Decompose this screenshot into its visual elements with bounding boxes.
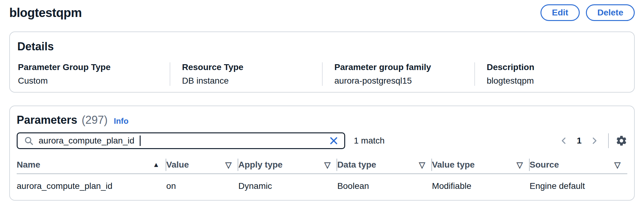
filter-icon[interactable]: ▽ <box>225 160 231 170</box>
page-header: blogtestqpm Edit Delete <box>9 3 635 22</box>
details-field-description: Description blogtestqpm <box>474 62 627 86</box>
details-heading: Details <box>17 40 627 53</box>
table-header-row: Name ▲ Value ▽ Apply type ▽ Data type ▽ … <box>17 156 627 174</box>
table-row: aurora_compute_plan_id on Dynamic Boolea… <box>17 174 627 198</box>
parameters-card: Parameters (297) Info aurora_compute_pla… <box>9 106 635 201</box>
edit-button[interactable]: Edit <box>540 4 580 21</box>
toolbar-divider <box>608 133 609 148</box>
cell-apply-type: Dynamic <box>238 181 337 191</box>
column-header-value-type[interactable]: Value type ▽ <box>432 159 530 171</box>
settings-gear-icon[interactable] <box>616 135 627 147</box>
field-label: Description <box>487 62 627 72</box>
header-actions: Edit Delete <box>540 4 635 21</box>
text-cursor <box>140 135 141 146</box>
filter-icon[interactable]: ▽ <box>517 160 523 170</box>
cell-value: on <box>166 181 238 191</box>
page-title: blogtestqpm <box>9 6 82 20</box>
sort-ascending-icon[interactable]: ▲ <box>153 161 159 169</box>
field-label: Resource Type <box>182 62 322 72</box>
match-count: 1 match <box>354 136 385 146</box>
details-card: Details Parameter Group Type Custom Reso… <box>9 31 635 93</box>
cell-source: Engine default <box>530 181 627 191</box>
column-header-data-type[interactable]: Data type ▽ <box>337 159 432 171</box>
column-header-apply-type[interactable]: Apply type ▽ <box>238 159 337 171</box>
parameters-toolbar: aurora_compute_plan_id 1 match 1 <box>17 132 627 149</box>
column-header-source[interactable]: Source ▽ <box>530 159 627 171</box>
info-link[interactable]: Info <box>114 116 129 126</box>
parameters-heading-row: Parameters (297) Info <box>17 114 627 127</box>
details-field-resource-type: Resource Type DB instance <box>170 62 322 86</box>
details-grid: Parameter Group Type Custom Resource Typ… <box>17 62 627 86</box>
filter-icon[interactable]: ▽ <box>614 160 621 170</box>
details-field-parameter-group-type: Parameter Group Type Custom <box>17 62 170 86</box>
column-header-value[interactable]: Value ▽ <box>166 159 238 171</box>
field-label: Parameter Group Type <box>18 62 170 72</box>
delete-button[interactable]: Delete <box>586 4 635 21</box>
pagination: 1 <box>558 133 627 148</box>
search-input-value: aurora_compute_plan_id <box>39 136 134 146</box>
field-label: Parameter group family <box>334 62 474 72</box>
parameters-table: Name ▲ Value ▽ Apply type ▽ Data type ▽ … <box>17 156 627 198</box>
column-header-name[interactable]: Name ▲ <box>17 159 166 171</box>
field-value: DB instance <box>182 76 322 86</box>
cell-data-type: Boolean <box>337 181 432 191</box>
clear-search-icon[interactable] <box>329 136 339 146</box>
current-page-number[interactable]: 1 <box>577 136 582 146</box>
page: blogtestqpm Edit Delete Details Paramete… <box>0 0 644 201</box>
search-input[interactable]: aurora_compute_plan_id <box>17 132 345 149</box>
filter-icon[interactable]: ▽ <box>419 160 425 170</box>
details-field-parameter-group-family: Parameter group family aurora-postgresql… <box>322 62 474 86</box>
filter-icon[interactable]: ▽ <box>324 160 330 170</box>
cell-value-type: Modifiable <box>432 181 530 191</box>
previous-page-icon[interactable] <box>558 134 570 148</box>
parameters-count: (297) <box>82 114 108 127</box>
parameters-heading: Parameters <box>17 114 77 127</box>
search-icon <box>24 136 34 146</box>
next-page-icon[interactable] <box>588 134 600 148</box>
field-value: blogtestqpm <box>487 76 627 86</box>
field-value: aurora-postgresql15 <box>334 76 474 86</box>
field-value: Custom <box>18 76 170 86</box>
cell-name: aurora_compute_plan_id <box>17 181 166 191</box>
